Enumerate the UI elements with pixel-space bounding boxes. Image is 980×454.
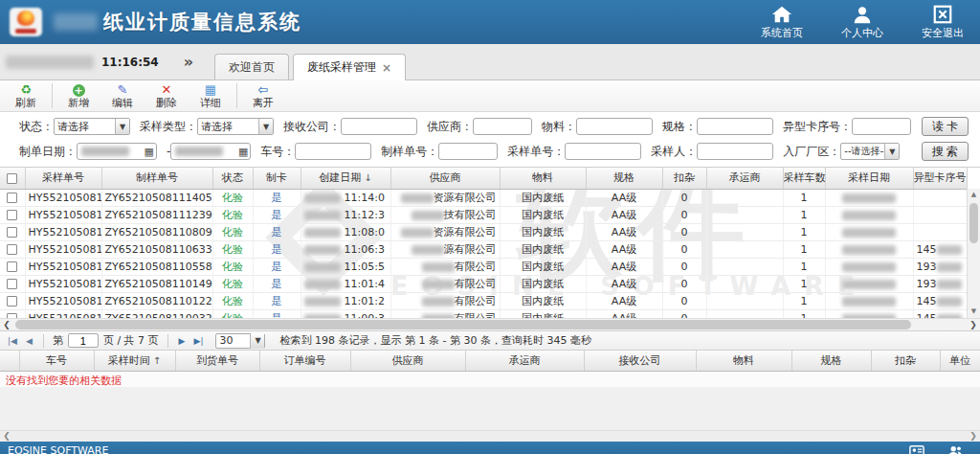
sample-type-select[interactable]: 请选择 ▼: [197, 118, 274, 135]
refresh-button[interactable]: ♻ 刷新: [4, 81, 48, 110]
chevron-down-icon: ▼: [884, 144, 899, 159]
first-page-button[interactable]: |◀: [6, 336, 19, 346]
last-page-button[interactable]: ▶|: [192, 336, 206, 346]
factory-select[interactable]: --请选择-- ▼: [840, 143, 900, 160]
horizontal-scrollbar[interactable]: ❮ ❯: [0, 318, 980, 330]
cell-prep-no: ZY65210508110809000221: [101, 223, 212, 240]
col-unit[interactable]: 单位: [940, 351, 980, 371]
vertical-scroll-track[interactable]: [968, 201, 980, 306]
table-row[interactable]: HY552105081114 ZY65210508111405000213 化验…: [0, 189, 967, 206]
scroll-left-icon[interactable]: ❮: [0, 320, 13, 329]
col-card[interactable]: 制卡: [253, 168, 301, 189]
col-trucks[interactable]: 采样车数: [783, 168, 825, 189]
col-sample-time[interactable]: 采样时间↑: [94, 351, 175, 371]
blurred-sample-date: [842, 280, 896, 289]
col-receive-company[interactable]: 接收公司: [584, 351, 696, 371]
col-sample-no[interactable]: 采样单号: [25, 168, 101, 189]
tab-welcome[interactable]: 欢迎首页: [214, 54, 289, 79]
users-icon[interactable]: [947, 444, 963, 454]
sample-no-input[interactable]: [565, 143, 641, 160]
truck-no-input[interactable]: [295, 143, 371, 160]
bottom-horizontal-scrollbar[interactable]: ❮ ❯: [0, 430, 980, 442]
close-icon[interactable]: ×: [382, 61, 391, 75]
vertical-scroll-thumb[interactable]: [969, 203, 978, 243]
scroll-right-icon[interactable]: ❯: [967, 431, 980, 441]
add-button[interactable]: + 新增: [56, 82, 100, 110]
card-serial-input[interactable]: [852, 118, 911, 135]
table-row[interactable]: HY552105081112 ZY65210508111239000139 化验…: [0, 206, 967, 223]
col-arrival-no[interactable]: 到货单号: [175, 351, 259, 371]
table-row[interactable]: HY552105081105 ZY65210508110558000471 化验…: [0, 258, 967, 275]
row-checkbox[interactable]: [7, 296, 17, 306]
supplier-input[interactable]: [473, 118, 532, 135]
col-supplier2[interactable]: 供应商: [350, 351, 465, 371]
blurred-date: [304, 228, 341, 238]
col-material[interactable]: 物料: [500, 168, 586, 189]
search-button[interactable]: 搜 索: [922, 142, 969, 161]
select-all-checkbox[interactable]: [7, 173, 17, 184]
col-deduct2[interactable]: 扣杂: [871, 351, 940, 371]
table-row[interactable]: HY552105081101 ZY65210508110122000428 化验…: [0, 292, 967, 309]
scroll-right-icon[interactable]: ❯: [967, 320, 980, 329]
blurred-title-prefix: [54, 13, 98, 31]
page-size-select[interactable]: 30 ▼: [215, 333, 265, 349]
col-carrier2[interactable]: 承运商: [465, 351, 584, 371]
badge-icon[interactable]: [909, 444, 924, 454]
scroll-left-icon[interactable]: ❮: [0, 431, 13, 441]
table-row[interactable]: HY552105081108 ZY65210508110809000221 化验…: [0, 223, 967, 240]
spec-input[interactable]: [697, 118, 773, 135]
receive-company-input[interactable]: [341, 118, 417, 135]
prev-page-button[interactable]: ◀: [24, 336, 34, 346]
row-checkbox[interactable]: [7, 261, 17, 272]
row-checkbox[interactable]: [7, 244, 17, 255]
read-card-button[interactable]: 读 卡: [922, 117, 969, 136]
row-checkbox[interactable]: [7, 210, 17, 220]
col-sample-date[interactable]: 采样日期: [825, 168, 913, 189]
detail-button[interactable]: ▦ 详细: [189, 81, 233, 110]
col-truck-no[interactable]: 车号: [19, 351, 94, 371]
table-row[interactable]: HY552105081106 ZY65210508110633000278 化验…: [0, 240, 967, 258]
vertical-scrollbar[interactable]: ▲ ▼: [967, 189, 980, 318]
doc-date-to-input[interactable]: ▦: [170, 143, 251, 160]
col-status[interactable]: 状态: [212, 168, 253, 189]
col-spec2[interactable]: 规格: [791, 351, 871, 371]
material-input[interactable]: [576, 118, 653, 135]
col-spec[interactable]: 规格: [586, 168, 662, 189]
cell-trucks: 1: [783, 206, 825, 223]
col-card-serial[interactable]: 异型卡序号: [913, 168, 967, 189]
page-label-pre: 第: [53, 333, 63, 348]
scroll-up-icon[interactable]: ▲: [968, 189, 980, 201]
prep-no-input[interactable]: [438, 143, 498, 160]
nav-personal-center[interactable]: 个人中心: [835, 5, 890, 40]
cell-sample-no: HY552105081101: [25, 292, 101, 309]
edit-button[interactable]: ✎ 编辑: [100, 81, 145, 110]
horizontal-scroll-thumb[interactable]: [15, 320, 911, 329]
nav-safe-exit[interactable]: 安全退出: [915, 5, 970, 40]
tab-waste-paper-sampling[interactable]: 废纸采样管理 ×: [293, 54, 406, 80]
col-create-date[interactable]: 创建日期↓: [301, 168, 390, 189]
col-material2[interactable]: 物料: [696, 351, 791, 371]
leave-button[interactable]: ⇦ 离开: [241, 81, 285, 110]
sampler-input[interactable]: [697, 143, 773, 160]
page-input[interactable]: [68, 333, 99, 348]
table-row[interactable]: HY552105081101 ZY65210508110149000500 化验…: [0, 275, 967, 292]
status-select[interactable]: 请选择 ▼: [54, 118, 130, 135]
col-supplier[interactable]: 供应商: [390, 168, 500, 189]
col-carrier[interactable]: 承运商: [706, 168, 783, 189]
delete-button[interactable]: ✕ 删除: [145, 81, 189, 110]
header-select-all[interactable]: [0, 168, 25, 189]
bottom-scroll-track[interactable]: [13, 431, 967, 442]
next-page-button[interactable]: ▶: [177, 336, 188, 346]
col-prep-no[interactable]: 制样单号: [101, 168, 212, 189]
nav-system-home[interactable]: 系统首页: [754, 5, 810, 40]
row-checkbox[interactable]: [7, 193, 17, 203]
col-order-no[interactable]: 订单编号: [259, 351, 350, 371]
expand-menu-button[interactable]: »: [184, 53, 193, 71]
doc-date-from-input[interactable]: ▦: [77, 143, 157, 160]
row-checkbox[interactable]: [7, 279, 17, 289]
row-checkbox[interactable]: [7, 227, 17, 238]
cell-prep-no: ZY65210508110122000428: [101, 292, 212, 309]
horizontal-scroll-track[interactable]: [13, 319, 967, 330]
col-deduct[interactable]: 扣杂: [662, 168, 706, 189]
scroll-down-icon[interactable]: ▼: [968, 306, 980, 318]
